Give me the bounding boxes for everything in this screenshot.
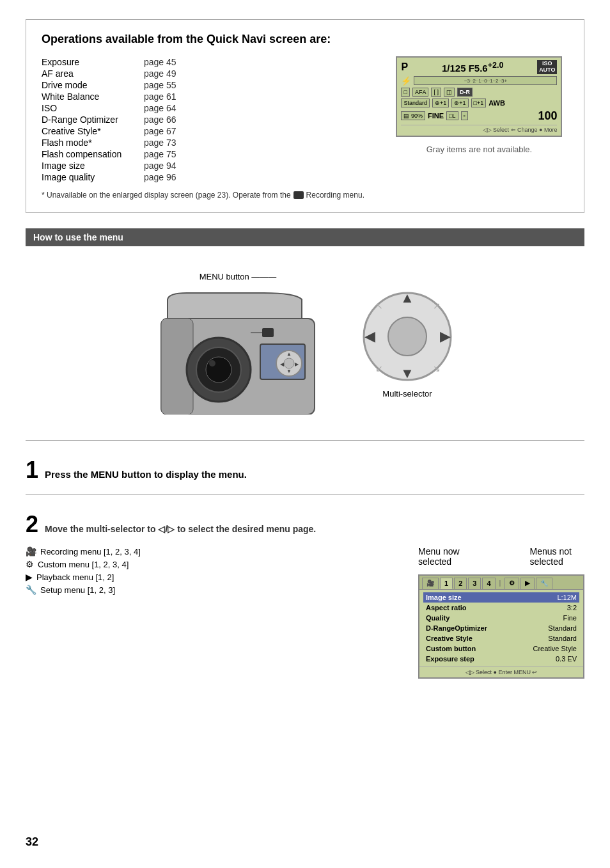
lcd-af: □ [401,88,409,97]
lcd-bracket2: [ ] [431,88,441,97]
section-header-text: How to use the menu [33,232,123,242]
section-header: How to use the menu [26,228,584,246]
menu-row-label: Creative Style [426,635,473,642]
ops-row: Image qualitypage 96 [42,171,176,183]
tab-1: 1 [440,578,453,589]
ops-label: D-Range Optimizer [42,114,144,125]
menu-row: Exposure step0.3 EV [423,654,579,664]
svg-rect-7 [262,328,274,337]
lcd-row1: P 1/125 F5.6+2.0 ISOAUTO [401,60,557,74]
menu-row: QualityFine [423,613,579,623]
tab-4: 4 [482,578,495,589]
svg-text:↗: ↗ [433,301,441,311]
ops-label: Flash mode* [42,137,144,148]
multi-selector-section: ▲ ▼ ◀ ▶ ↖ ↗ ↙ ↘ Multi-selector [359,288,455,398]
menu-footer: ◁▷ Select ● Enter MENU ↩ [419,667,583,677]
menu-item-recording-text: Recording menu [1, 2, 3, 4] [40,547,141,556]
svg-text:↘: ↘ [433,363,441,374]
menu-row: Creative StyleStandard [423,633,579,643]
operations-inner: Exposurepage 45AF areapage 49Drive modep… [42,56,568,200]
ops-row: Drive modepage 55 [42,79,176,91]
menu-row-label: Exposure step [426,655,474,663]
footnote-text2: Recording menu. [306,191,364,200]
lcd-plus1a: ⊕+1 [432,99,449,107]
lcd-iso-badge: ISOAUTO [537,60,557,74]
ops-table: Exposurepage 45AF areapage 49Drive modep… [42,56,176,183]
svg-text:↖: ↖ [375,301,383,311]
menu-button-label: MENU button ——— [199,272,277,281]
svg-text:◀: ◀ [280,361,285,367]
footnote-text: * Unavailable on the enlarged display sc… [42,191,291,200]
lcd-size: □L [446,111,458,120]
ops-label: Exposure [42,56,144,68]
svg-text:↙: ↙ [375,363,383,374]
svg-text:▲: ▲ [286,351,292,357]
operations-list: Exposurepage 45AF areapage 49Drive modep… [42,56,364,200]
menu-row: D-RangeOptimizerStandard [423,623,579,633]
menu-row-value: Creative Style [533,645,577,652]
menu-now-text: Menu now [418,546,460,556]
ops-row: Flash compensationpage 75 [42,148,176,160]
camera-section: MENU button ——— [155,272,321,414]
ops-page: page 55 [144,79,176,91]
menu-row-value: Standard [548,624,577,632]
svg-text:▼: ▼ [286,368,292,374]
menu-item-recording: 🎥 Recording menu [1, 2, 3, 4] [26,546,393,556]
menu-row-label: D-RangeOptimizer [426,624,487,632]
operations-title: Operations available from the Quick Navi… [42,33,568,46]
step2-divider [26,494,584,495]
page-number: 32 [26,835,38,849]
lcd-exposure-bar: −3··2··1··0··1··2··3+ [414,76,557,85]
multi-selector-label: Multi-selector [359,389,455,398]
svg-text:▶: ▶ [440,328,451,344]
svg-text:▼: ▼ [400,365,414,381]
ops-page: page 73 [144,137,176,148]
lcd-awb: AWB [489,99,505,107]
ops-label: Image quality [42,171,144,183]
lcd-plus1b: ⊛+1 [451,99,468,107]
step1-text: Press the MENU button to display the men… [45,469,247,480]
ops-page: page 49 [144,68,176,79]
ops-row: D-Range Optimizerpage 66 [42,114,176,125]
tab-setup: 🔧 [536,578,552,589]
menu-row-value: 0.3 EV [556,655,577,663]
lcd-img: ◫ [444,88,455,97]
ops-label: Creative Style* [42,125,144,137]
ops-label: AF area [42,68,144,79]
operations-box: Operations available from the Quick Navi… [26,19,584,213]
ops-page: page 45 [144,56,176,68]
menu-row-value: Fine [563,614,577,622]
operations-right: P 1/125 F5.6+2.0 ISOAUTO ⚡ −3··2··1··0··… [390,56,568,154]
lcd-100: 100 [538,109,557,123]
ops-page: page 94 [144,160,176,171]
menu-row-label: Image size [426,594,462,601]
tab-custom: ⚙ [504,578,519,589]
menu-row: Image sizeL:12M [423,592,579,603]
menu-row-value: L:12M [557,594,577,601]
lcd-row5: ▤ 90% FINE □L ▫ 100 [401,109,557,123]
step2-number: 2 [26,513,38,536]
menu-row-label: Custom button [426,645,476,652]
menu-row-value: Standard [548,635,577,642]
tab-2: 2 [454,578,467,589]
step2-row: 2 Move the multi-selector to ◁/▷ to sele… [26,508,584,536]
menu-row-label: Quality [426,614,450,622]
menu-row: Aspect ratio3:2 [423,603,579,613]
ops-row: AF areapage 49 [42,68,176,79]
step2-section: 2 Move the multi-selector to ◁/▷ to sele… [26,508,584,679]
recording-icon: 🎥 [26,546,36,556]
ops-page: page 61 [144,91,176,102]
menu-item-setup-text: Setup menu [1, 2, 3] [40,585,115,595]
step2-left: 🎥 Recording menu [1, 2, 3, 4] ⚙ Custom m… [26,546,393,597]
setup-icon: 🔧 [26,585,36,595]
step1-number: 1 [26,459,38,482]
lcd-small: ▫ [461,111,468,120]
how-to-section: How to use the menu MENU button ——— [26,228,584,421]
menus-not-label: Menus not selected [530,546,572,567]
ops-row: Image sizepage 94 [42,160,176,171]
tab-sep: | [497,578,504,589]
svg-text:▲: ▲ [400,290,414,306]
ops-row: ISOpage 64 [42,102,176,114]
step2-right: Menu now selected Menus not selected 🎥 1… [418,546,584,679]
ops-row: Creative Style*page 67 [42,125,176,137]
